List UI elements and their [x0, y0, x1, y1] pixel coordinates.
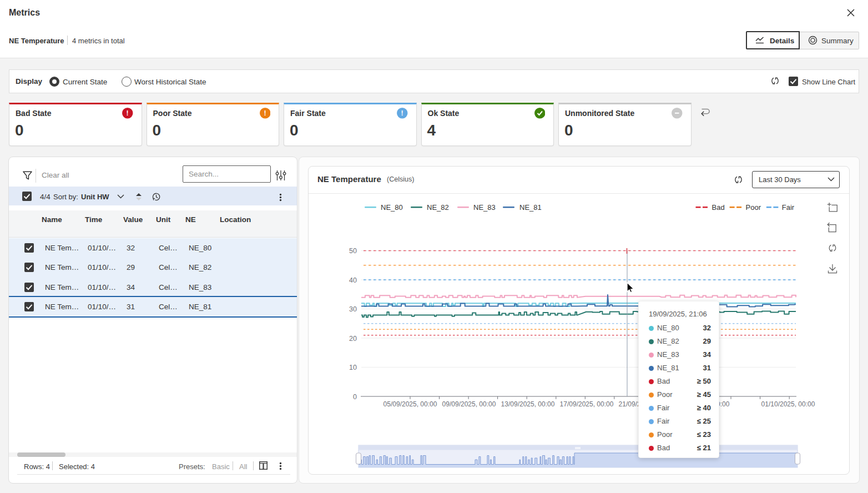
svg-text:05/09/2025, 00:00: 05/09/2025, 00:00	[383, 400, 437, 408]
svg-text:!: !	[264, 109, 266, 117]
svg-text:NE_83: NE_83	[473, 203, 496, 212]
svg-text:Poor: Poor	[746, 203, 761, 212]
svg-text:50: 50	[349, 247, 357, 255]
svg-text:Fair: Fair	[782, 203, 795, 212]
svg-text:30: 30	[349, 305, 357, 313]
svg-text:!: !	[126, 109, 128, 117]
svg-text:01/10/2025, 00:00: 01/10/2025, 00:00	[761, 400, 815, 408]
svg-text:NE_80: NE_80	[381, 203, 403, 212]
svg-text:Bad: Bad	[712, 203, 725, 212]
svg-text:17/09/2025, 00:00: 17/09/2025, 00:00	[560, 400, 614, 408]
svg-text:NE_81: NE_81	[519, 203, 542, 212]
svg-text:20: 20	[349, 335, 357, 343]
svg-text:10: 10	[349, 364, 357, 371]
svg-text:40: 40	[349, 276, 357, 284]
svg-text:13/09/2025, 00:00: 13/09/2025, 00:00	[501, 400, 555, 408]
svg-text:!: !	[401, 109, 403, 117]
svg-text:NE_82: NE_82	[427, 203, 449, 212]
svg-text:0: 0	[353, 393, 357, 401]
svg-text:09/09/2025, 00:00: 09/09/2025, 00:00	[442, 400, 496, 408]
